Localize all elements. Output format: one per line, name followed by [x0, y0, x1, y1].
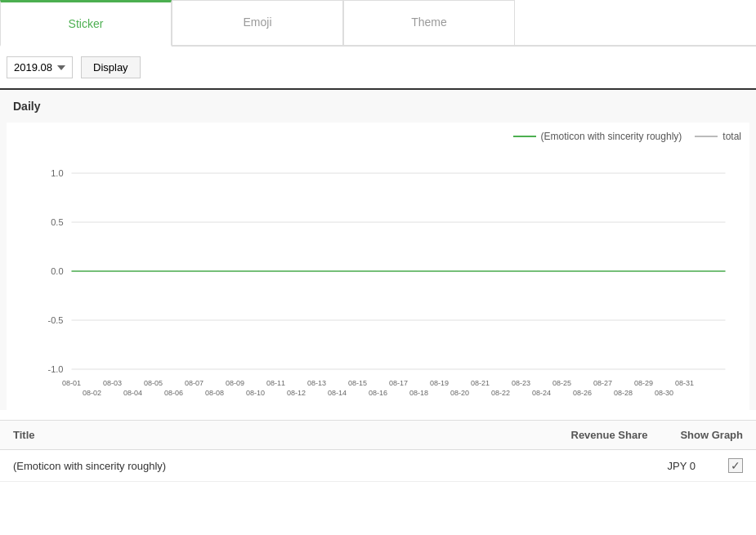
svg-text:08-14: 08-14 — [328, 389, 347, 397]
svg-text:08-13: 08-13 — [307, 379, 326, 387]
table-header: Title Revenue Share Show Graph — [0, 421, 756, 450]
svg-text:08-05: 08-05 — [144, 379, 163, 387]
legend-line-green — [513, 136, 536, 137]
table-row: (Emoticon with sincerity roughly) JPY 0 … — [0, 450, 756, 482]
svg-text:08-19: 08-19 — [430, 379, 449, 387]
svg-text:08-15: 08-15 — [348, 379, 367, 387]
legend-label-series2: total — [722, 131, 741, 142]
svg-text:08-21: 08-21 — [471, 379, 490, 387]
svg-text:1.0: 1.0 — [51, 168, 63, 178]
tab-theme[interactable]: Theme — [343, 0, 515, 45]
legend-item-series1: (Emoticon with sincerity roughly) — [513, 131, 682, 142]
legend-item-series2: total — [695, 131, 741, 142]
svg-text:0.5: 0.5 — [51, 217, 63, 227]
svg-text:08-03: 08-03 — [103, 379, 122, 387]
chart-section: Daily (Emoticon with sincerity roughly) … — [0, 90, 756, 410]
show-graph-checkbox[interactable]: ✓ — [728, 458, 743, 473]
table-row-right: JPY 0 ✓ — [668, 458, 743, 473]
display-button[interactable]: Display — [81, 56, 141, 78]
svg-text:08-01: 08-01 — [62, 379, 81, 387]
svg-text:08-24: 08-24 — [532, 389, 551, 397]
chart-legend: (Emoticon with sincerity roughly) total — [15, 131, 741, 142]
svg-text:08-23: 08-23 — [512, 379, 530, 387]
table-revenue-col: Revenue Share — [571, 429, 648, 441]
svg-text:08-06: 08-06 — [164, 389, 183, 397]
row-revenue: JPY 0 — [668, 460, 696, 472]
tab-sticker[interactable]: Sticker — [0, 0, 172, 47]
svg-text:08-20: 08-20 — [450, 389, 469, 397]
svg-text:08-29: 08-29 — [634, 379, 653, 387]
svg-text:08-02: 08-02 — [83, 389, 101, 397]
svg-text:08-18: 08-18 — [409, 389, 428, 397]
svg-text:08-16: 08-16 — [369, 389, 387, 397]
svg-text:08-17: 08-17 — [389, 379, 408, 387]
svg-text:08-28: 08-28 — [614, 389, 633, 397]
svg-text:08-22: 08-22 — [491, 389, 510, 397]
svg-text:0.0: 0.0 — [51, 266, 63, 276]
svg-text:08-31: 08-31 — [675, 379, 694, 387]
svg-text:08-26: 08-26 — [573, 389, 592, 397]
chart-title: Daily — [0, 90, 756, 123]
svg-text:-0.5: -0.5 — [48, 315, 64, 325]
table-title-col: Title — [13, 429, 35, 441]
svg-text:08-07: 08-07 — [185, 379, 204, 387]
table-header-right: Revenue Share Show Graph — [571, 429, 744, 441]
chart-container: (Emoticon with sincerity roughly) total … — [7, 123, 749, 410]
tab-emoji[interactable]: Emoji — [172, 0, 343, 45]
svg-text:08-11: 08-11 — [266, 379, 285, 387]
table-graph-col: Show Graph — [680, 429, 743, 441]
table-section: Title Revenue Share Show Graph (Emoticon… — [0, 420, 756, 482]
svg-text:08-09: 08-09 — [226, 379, 244, 387]
svg-text:08-08: 08-08 — [205, 389, 224, 397]
svg-text:08-30: 08-30 — [655, 389, 673, 397]
controls-bar: 2019.08 2019.07 2019.06 2019.05 Display — [0, 47, 756, 90]
svg-text:-1.0: -1.0 — [48, 364, 64, 374]
svg-text:08-27: 08-27 — [593, 379, 612, 387]
svg-text:08-04: 08-04 — [123, 389, 142, 397]
legend-line-gray — [695, 136, 718, 137]
svg-text:08-10: 08-10 — [246, 389, 265, 397]
date-select[interactable]: 2019.08 2019.07 2019.06 2019.05 — [7, 56, 73, 78]
row-title: (Emoticon with sincerity roughly) — [13, 460, 166, 472]
tab-bar: Sticker Emoji Theme — [0, 0, 756, 47]
chart-svg: 1.0 0.5 0.0 -0.5 -1.0 08-01 08-03 08-05 … — [15, 149, 741, 402]
svg-text:08-25: 08-25 — [552, 379, 571, 387]
checkmark-icon: ✓ — [731, 460, 740, 471]
legend-label-series1: (Emoticon with sincerity roughly) — [541, 131, 682, 142]
svg-text:08-12: 08-12 — [287, 389, 306, 397]
